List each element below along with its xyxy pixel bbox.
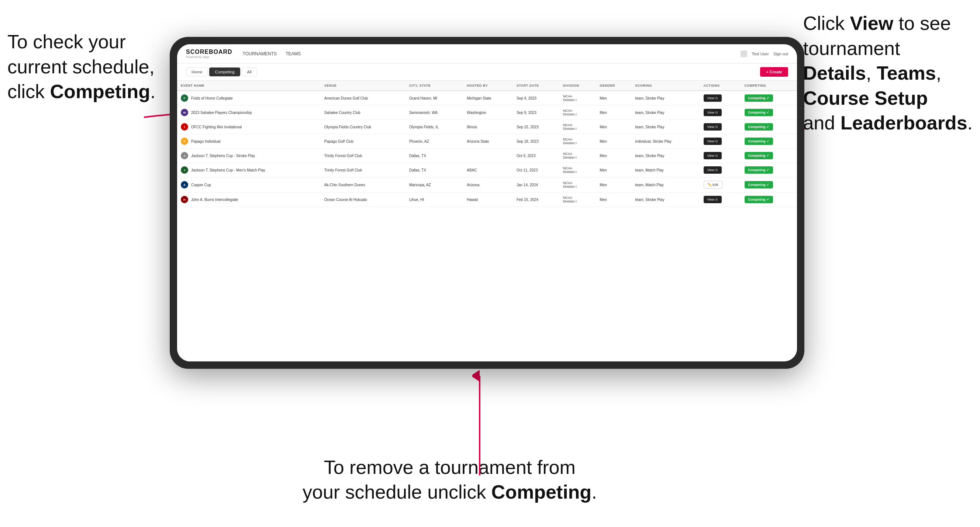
venue-cell: Trinity Forest Golf Club [321,149,406,163]
table-header-row: EVENT NAME VENUE CITY, STATE HOSTED BY S… [177,81,797,91]
nav-signout[interactable]: Sign out [773,52,788,56]
competing-cell: Competing ✓ [741,163,797,178]
table-body: F Folds of Honor Collegiate American Dun… [177,91,797,207]
division-cell: NCAADivision I [559,134,596,149]
tab-competing[interactable]: Competing [209,67,240,76]
event-name: Jackson T. Stephens Cup - Men's Match Pl… [191,168,265,172]
view-button[interactable]: View ⊙ [704,138,722,145]
venue-cell: Papago Golf Club [321,134,406,149]
actions-cell: View ⊙ [700,134,741,149]
top-nav: SCOREBOARD Powered by clippi TOURNAMENTS… [177,44,797,63]
city-cell: Grand Haven, MI [406,91,463,105]
table-row: P Papago Individual Papago Golf ClubPhoe… [177,134,797,149]
hosted-cell: Arizona State [463,134,513,149]
actions-cell: View ⊙ [700,91,741,105]
gender-cell: Men [596,163,631,178]
nav-tournaments[interactable]: TOURNAMENTS [243,50,277,58]
actions-cell: View ⊙ [700,192,741,207]
actions-cell: ✏️ Edit [700,178,741,192]
city-cell: Sammamish, WA [406,105,463,120]
user-icon [741,51,747,57]
venue-cell: Sahalee Country Club [321,105,406,120]
venue-cell: Ak-Chin Southern Dunes [321,178,406,192]
competing-button[interactable]: Competing ✓ [745,196,773,203]
tab-all[interactable]: All [242,67,257,76]
actions-cell: View ⊙ [700,105,741,120]
col-competing: COMPETING [741,81,797,91]
gender-cell: Men [596,105,631,120]
event-name-cell: W 2023 Sahalee Players Championship [181,109,317,116]
competing-cell: Competing ✓ [741,120,797,134]
edit-button[interactable]: ✏️ Edit [704,181,722,189]
date-cell: Feb 15, 2024 [513,192,559,207]
view-button[interactable]: View ⊙ [704,166,722,174]
filter-tabs: Home Competing All [186,67,257,76]
view-button[interactable]: View ⊙ [704,123,722,130]
col-event-name: EVENT NAME [177,81,321,91]
event-name: Jackson T. Stephens Cup - Stroke Play [191,154,255,158]
hosted-cell: Arizona [463,178,513,192]
competing-button[interactable]: Competing ✓ [745,181,773,189]
arrow-bottom-icon [472,368,487,479]
date-cell: Sep 9, 2023 [513,105,559,120]
col-hosted: HOSTED BY [463,81,513,91]
team-logo: A [181,181,188,189]
scoreboard-brand: SCOREBOARD Powered by clippi [186,49,232,59]
annotation-right: Click View to see tournament Details, Te… [803,11,973,136]
date-cell: Sep 15, 2023 [513,120,559,134]
event-name: OFCC Fighting Illini Invitational [191,125,242,129]
event-name-cell: I OFCC Fighting Illini Invitational [181,123,317,130]
scoring-cell: team, Match Play [631,163,700,178]
hosted-cell: Illinois [463,120,513,134]
view-button[interactable]: View ⊙ [704,152,722,159]
brand-subtitle: Powered by clippi [186,55,232,59]
competing-cell: Competing ✓ [741,105,797,120]
competing-button[interactable]: Competing ✓ [745,166,773,174]
nav-teams[interactable]: TEAMS [286,50,301,58]
scoring-cell: team, Match Play [631,178,700,192]
event-name-cell: F Folds of Honor Collegiate [181,94,317,102]
create-button[interactable]: + Create [760,67,788,77]
tablet-frame: SCOREBOARD Powered by clippi TOURNAMENTS… [170,37,804,369]
gender-cell: Men [596,91,631,105]
division-cell: NCAADivision I [559,120,596,134]
view-button[interactable]: View ⊙ [704,196,722,203]
competing-button[interactable]: Competing ✓ [745,94,773,102]
competing-cell: Competing ✓ [741,149,797,163]
scoring-cell: individual, Stroke Play [631,134,700,149]
event-name: Folds of Honor Collegiate [191,96,233,100]
hosted-cell: Washington [463,105,513,120]
app-container: SCOREBOARD Powered by clippi TOURNAMENTS… [177,44,797,362]
nav-right: Test User Sign out [741,51,788,57]
date-cell: Oct 9, 2023 [513,149,559,163]
gender-cell: Men [596,178,631,192]
competing-button[interactable]: Competing ✓ [745,152,773,159]
city-cell: Maricopa, AZ [406,178,463,192]
team-logo: I [181,123,188,130]
table-row: H John A. Burns Intercollegiate Ocean Co… [177,192,797,207]
col-scoring: SCORING [631,81,700,91]
sub-nav: Home Competing All + Create [177,63,797,81]
gender-cell: Men [596,120,631,134]
col-venue: VENUE [321,81,406,91]
event-name-cell: J Jackson T. Stephens Cup - Stroke Play [181,152,317,159]
view-button[interactable]: View ⊙ [704,94,722,102]
annotation-left: To check your current schedule, click Co… [7,30,156,104]
tab-home[interactable]: Home [186,67,208,76]
col-division: DIVISION [559,81,596,91]
team-logo: F [181,94,188,102]
competing-cell: Competing ✓ [741,192,797,207]
col-actions: ACTIONS [700,81,741,91]
competing-button[interactable]: Competing ✓ [745,123,773,130]
team-logo: J [181,152,188,159]
venue-cell: Trinity Forest Golf Club [321,163,406,178]
view-button[interactable]: View ⊙ [704,109,722,116]
gender-cell: Men [596,192,631,207]
date-cell: Jan 14, 2024 [513,178,559,192]
division-cell: NCAADivision I [559,178,596,192]
division-cell: NCAADivision I [559,105,596,120]
competing-button[interactable]: Competing ✓ [745,109,773,116]
competing-button[interactable]: Competing ✓ [745,138,773,145]
team-logo: W [181,109,188,116]
table-row: A Copper Cup Ak-Chin Southern DunesMaric… [177,178,797,192]
